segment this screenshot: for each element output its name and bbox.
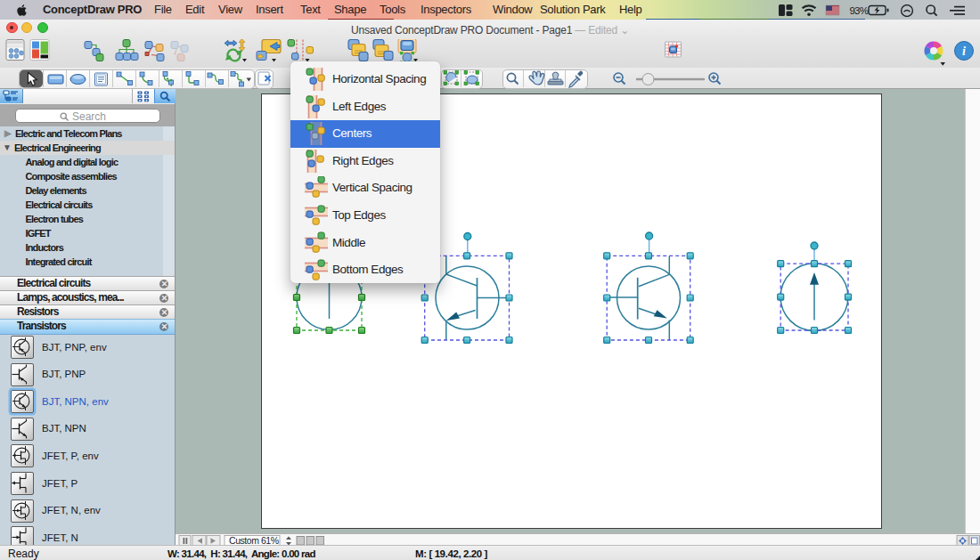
svg-text:Custom 61%: Custom 61% — [229, 535, 279, 546]
svg-text:i: i — [962, 45, 966, 58]
svg-text:93%: 93% — [850, 4, 869, 15]
